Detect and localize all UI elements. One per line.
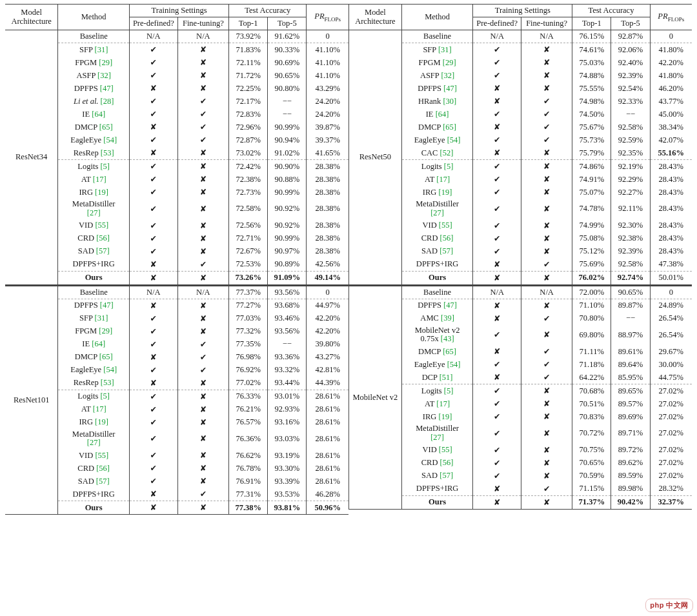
method-cell: Ours (401, 271, 473, 285)
method-cell: IRG [19] (58, 416, 130, 429)
top5-cell: 90.99% (268, 121, 307, 134)
arch-label: MobileNet v2 (349, 286, 402, 509)
top1-cell: 72.67% (229, 245, 268, 258)
method-cell: IRG [19] (58, 186, 130, 199)
prflops-cell: 28.43% (650, 173, 692, 186)
top1-cell: 76.62% (229, 449, 268, 462)
method-cell: MetaDistiller[27] (58, 429, 130, 450)
prflops-cell: 28.43% (650, 219, 692, 232)
top5-cell: −− (611, 108, 650, 121)
top5-cell: 90.89% (268, 258, 307, 272)
method-cell: DMCP [65] (401, 345, 473, 358)
predefined-cell: N/A (473, 286, 521, 299)
top5-cell: 93.01% (268, 390, 307, 403)
prflops-cell: 46.28% (307, 488, 348, 501)
top5-cell: 93.03% (268, 429, 307, 450)
method-cell: AT [17] (58, 173, 130, 186)
finetune-cell: ✘ (521, 384, 572, 398)
prflops-cell: 28.38% (307, 160, 348, 174)
top5-cell: 92.11% (611, 199, 650, 219)
method-cell: SAD [57] (58, 245, 130, 258)
prflops-cell: 27.02% (650, 457, 692, 470)
top1-cell: 77.37% (229, 286, 268, 299)
finetune-cell: ✘ (521, 271, 572, 285)
prflops-cell: 44.39% (307, 377, 348, 390)
top1-cell: 70.59% (572, 470, 611, 482)
top1-cell: 76.91% (229, 475, 268, 488)
predefined-cell: ✔ (473, 245, 521, 258)
finetune-cell: ✔ (177, 134, 228, 146)
predefined-cell: ✘ (473, 121, 521, 134)
col-method: Method (401, 5, 473, 30)
predefined-cell: ✔ (130, 160, 178, 174)
method-cell: SAD [57] (58, 475, 130, 488)
predefined-cell: ✔ (130, 173, 178, 186)
top1-cell: 74.78% (572, 199, 611, 219)
finetune-cell: ✘ (177, 377, 228, 390)
top1-cell: 74.61% (572, 43, 611, 57)
method-cell: CRD [56] (401, 232, 473, 245)
method-cell: MetaDistiller[27] (401, 199, 473, 219)
prflops-cell: 28.61% (307, 429, 348, 450)
prflops-cell: 44.75% (650, 371, 692, 384)
method-cell: Logits [5] (401, 160, 473, 174)
top5-cell: 89.59% (611, 470, 650, 482)
top5-cell: 93.53% (268, 488, 307, 501)
col-pr-flops: PRFLOPs (650, 5, 692, 30)
method-cell: VID [55] (58, 219, 130, 232)
top1-cell: 64.22% (572, 371, 611, 384)
prflops-cell: 47.38% (650, 258, 692, 272)
method-cell: DPFPS+IRG (58, 258, 130, 272)
finetune-cell: N/A (521, 286, 572, 299)
top5-cell: 92.58% (611, 121, 650, 134)
top5-cell: 89.61% (611, 345, 650, 358)
method-cell: Baseline (58, 30, 130, 43)
top1-cell: 70.68% (572, 384, 611, 398)
finetune-cell: ✘ (177, 146, 228, 160)
predefined-cell: ✘ (473, 371, 521, 384)
prflops-cell: 30.00% (650, 358, 692, 371)
top5-cell: 93.44% (268, 377, 307, 390)
predefined-cell: ✔ (130, 429, 178, 450)
top1-cell: 73.02% (229, 146, 268, 160)
predefined-cell: ✔ (130, 199, 178, 219)
predefined-cell: ✘ (130, 258, 178, 272)
method-cell: Ours (401, 495, 473, 509)
prflops-cell: 27.02% (650, 423, 692, 444)
prflops-cell: 27.02% (650, 397, 692, 410)
top5-cell: 92.54% (611, 82, 650, 95)
top1-cell: 76.36% (229, 429, 268, 450)
predefined-cell: ✘ (473, 482, 521, 496)
predefined-cell: ✘ (130, 146, 178, 160)
table-row: ResNet50 Baseline N/A N/A 76.15% 92.87% … (349, 30, 692, 43)
prflops-cell: 55.16% (650, 146, 692, 160)
top1-cell: 70.83% (572, 410, 611, 423)
prflops-cell: 32.37% (650, 495, 692, 509)
predefined-cell: ✔ (130, 325, 178, 338)
top1-cell: 76.15% (572, 30, 611, 43)
top1-cell: 70.80% (572, 312, 611, 325)
method-cell: AT [17] (58, 403, 130, 416)
finetune-cell: ✘ (177, 416, 228, 429)
finetune-cell: ✘ (177, 82, 228, 95)
prflops-cell: 41.10% (307, 43, 348, 57)
top5-cell: 93.56% (268, 325, 307, 338)
finetune-cell: ✘ (521, 410, 572, 423)
finetune-cell: ✘ (521, 245, 572, 258)
predefined-cell: ✘ (130, 299, 178, 312)
finetune-cell: ✔ (521, 134, 572, 146)
prflops-cell: 38.34% (650, 121, 692, 134)
finetune-cell: ✘ (521, 457, 572, 470)
col-top1: Top-1 (229, 17, 268, 30)
top5-cell: 90.42% (611, 495, 650, 509)
method-cell: IE [64] (401, 108, 473, 121)
top5-cell: 91.62% (268, 30, 307, 43)
top5-cell: 89.98% (611, 482, 650, 496)
top5-cell: 92.74% (611, 271, 650, 285)
top1-cell: 74.99% (572, 219, 611, 232)
top5-cell: 93.81% (268, 501, 307, 515)
finetune-cell: ✘ (177, 403, 228, 416)
prflops-cell: 0 (307, 30, 348, 43)
finetune-cell: ✔ (177, 108, 228, 121)
prflops-cell: 24.89% (650, 299, 692, 312)
